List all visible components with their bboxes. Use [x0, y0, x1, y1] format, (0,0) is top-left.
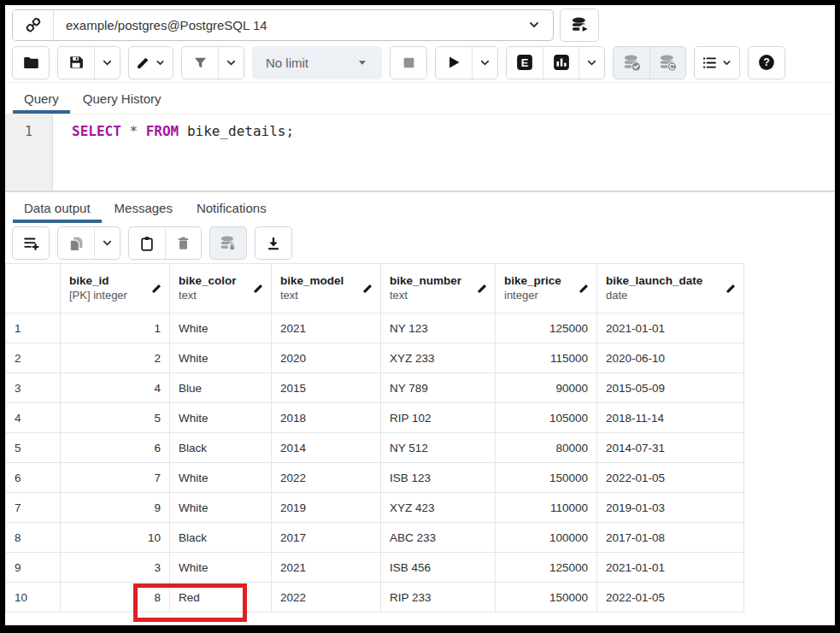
cell-bike_model[interactable]: 2019 [272, 493, 381, 523]
cell-bike_model[interactable]: 2015 [272, 373, 381, 403]
filter-options-button[interactable] [218, 47, 244, 79]
cell-bike_price[interactable]: 80000 [496, 433, 597, 463]
delete-button[interactable] [165, 227, 201, 259]
cell-bike_launch_date[interactable]: 2022-01-05 [597, 583, 744, 612]
rollback-button[interactable] [649, 47, 685, 79]
select-all-corner[interactable] [6, 264, 61, 314]
cell-bike_number[interactable]: NY 789 [381, 373, 496, 403]
row-number-cell[interactable]: 4 [6, 403, 61, 433]
cell-bike_price[interactable]: 125000 [496, 314, 597, 343]
help-button[interactable]: ? [749, 47, 784, 79]
cell-bike_launch_date[interactable]: 2021-01-01 [597, 314, 744, 343]
cell-bike_launch_date[interactable]: 2019-01-03 [597, 493, 744, 523]
cell-bike_color[interactable]: Black [170, 523, 272, 553]
cell-bike_number[interactable]: ABC 233 [381, 523, 496, 553]
copy-button[interactable] [58, 227, 94, 259]
cell-bike_id[interactable]: 5 [61, 403, 170, 433]
tab-query[interactable]: Query [12, 83, 71, 114]
cell-bike_number[interactable]: XYZ 423 [381, 493, 496, 523]
cell-bike_price[interactable]: 110000 [496, 493, 597, 523]
cell-bike_number[interactable]: XYZ 233 [381, 343, 496, 373]
cell-bike_number[interactable]: RIP 233 [381, 583, 496, 612]
cell-bike_number[interactable]: ISB 123 [381, 463, 496, 493]
row-number-cell[interactable]: 2 [6, 343, 61, 373]
execute-button[interactable] [436, 47, 472, 79]
cell-bike_color[interactable]: White [170, 343, 272, 373]
download-csv-button[interactable] [256, 227, 291, 259]
cell-bike_model[interactable]: 2014 [272, 433, 381, 463]
cell-bike_model[interactable]: 2020 [272, 343, 381, 373]
cell-bike_color[interactable]: White [170, 403, 272, 433]
stop-button[interactable] [391, 47, 426, 79]
cell-bike_launch_date[interactable]: 2014-07-31 [597, 433, 744, 463]
commit-button[interactable] [614, 47, 649, 79]
cell-bike_number[interactable]: RIP 102 [381, 403, 496, 433]
tab-data-output[interactable]: Data output [12, 192, 103, 223]
row-number-cell[interactable]: 5 [6, 433, 61, 463]
cell-bike_model[interactable]: 2017 [272, 523, 381, 553]
connection-status-button[interactable] [13, 10, 54, 40]
filter-button[interactable] [182, 47, 218, 79]
edit-button[interactable] [129, 47, 173, 79]
column-header-bike_launch_date[interactable]: bike_launch_datedate [597, 264, 744, 314]
cell-bike_price[interactable]: 125000 [496, 553, 597, 583]
macros-button[interactable] [695, 47, 739, 79]
cell-bike_id[interactable]: 2 [61, 343, 170, 373]
save-data-changes-button[interactable] [210, 227, 246, 259]
tab-notifications[interactable]: Notifications [185, 192, 279, 223]
cell-bike_color[interactable]: Black [170, 433, 272, 463]
cell-bike_color[interactable]: Blue [170, 373, 272, 403]
add-row-button[interactable] [13, 227, 49, 259]
row-number-cell[interactable]: 9 [6, 553, 61, 583]
cell-bike_price[interactable]: 150000 [496, 583, 597, 612]
cell-bike_number[interactable]: NY 512 [381, 433, 496, 463]
cell-bike_price[interactable]: 90000 [496, 373, 597, 403]
cell-bike_color[interactable]: White [170, 493, 272, 523]
cell-bike_id[interactable]: 3 [61, 553, 170, 583]
cell-bike_model[interactable]: 2022 [272, 463, 381, 493]
cell-bike_price[interactable]: 150000 [496, 463, 597, 493]
cell-bike_price[interactable]: 100000 [496, 523, 597, 553]
save-button[interactable] [58, 47, 94, 79]
save-options-button[interactable] [94, 47, 120, 79]
cell-bike_launch_date[interactable]: 2021-01-01 [597, 553, 744, 583]
cell-bike_number[interactable]: NY 123 [381, 314, 496, 343]
cell-bike_id[interactable]: 6 [61, 433, 170, 463]
row-number-cell[interactable]: 8 [6, 523, 61, 553]
cell-bike_launch_date[interactable]: 2022-01-05 [597, 463, 744, 493]
paste-button[interactable] [129, 227, 165, 259]
cell-bike_price[interactable]: 115000 [496, 343, 597, 373]
tab-messages[interactable]: Messages [103, 192, 185, 223]
cell-bike_model[interactable]: 2018 [272, 403, 381, 433]
cell-bike_id[interactable]: 9 [61, 493, 170, 523]
row-limit-select[interactable]: No limit [252, 46, 382, 79]
column-header-bike_price[interactable]: bike_priceinteger [496, 264, 597, 314]
explain-options-button[interactable] [579, 47, 604, 79]
row-number-cell[interactable]: 1 [6, 314, 61, 343]
cell-bike_color[interactable]: White [170, 314, 272, 343]
cell-bike_model[interactable]: 2021 [272, 553, 381, 583]
row-number-cell[interactable]: 3 [6, 373, 61, 403]
column-header-bike_id[interactable]: bike_id[PK] integer [61, 264, 170, 314]
cell-bike_color[interactable]: White [170, 553, 272, 583]
cell-bike_launch_date[interactable]: 2018-11-14 [597, 403, 744, 433]
open-file-button[interactable] [13, 47, 49, 79]
database-connection-select[interactable]: example/postgres@PostgreSQL 14 [54, 10, 553, 40]
explain-analyze-button[interactable] [543, 47, 579, 79]
cell-bike_launch_date[interactable]: 2015-05-09 [597, 373, 744, 403]
sql-code-line[interactable]: SELECT * FROM bike_details; [53, 114, 835, 190]
cell-bike_number[interactable]: ISB 456 [381, 553, 496, 583]
cell-bike_id[interactable]: 7 [61, 463, 170, 493]
row-number-cell[interactable]: 10 [6, 583, 61, 612]
column-header-bike_color[interactable]: bike_colortext [170, 264, 272, 314]
cell-bike_launch_date[interactable]: 2020-06-10 [597, 343, 744, 373]
cell-bike_id[interactable]: 8 [61, 583, 170, 612]
tab-query-history[interactable]: Query History [71, 83, 173, 114]
cell-bike_color[interactable]: White [170, 463, 272, 493]
cell-bike_launch_date[interactable]: 2017-01-08 [597, 523, 744, 553]
column-header-bike_number[interactable]: bike_numbertext [381, 264, 496, 314]
cell-bike_color[interactable]: Red [170, 583, 272, 612]
row-number-cell[interactable]: 6 [6, 463, 61, 493]
copy-options-button[interactable] [94, 227, 120, 259]
cell-bike_price[interactable]: 105000 [496, 403, 597, 433]
